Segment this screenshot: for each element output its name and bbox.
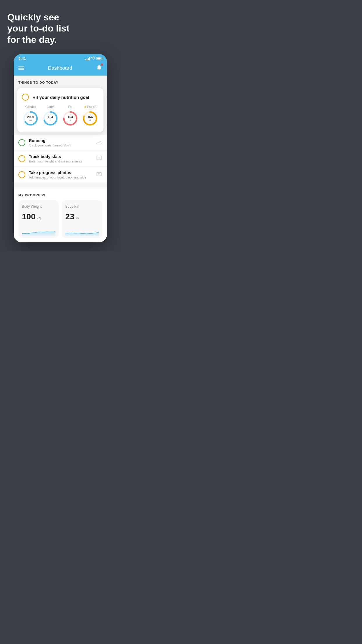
body-weight-unit: kg [37,216,41,220]
hamburger-menu[interactable] [18,66,24,70]
nutrition-card: Hit your daily nutrition goal Calories [17,88,103,132]
todo-list: Running Track your stats (target: 5km) [14,135,107,183]
phone-mockup: 9:41 [14,54,107,242]
body-stats-checkbox[interactable] [18,155,25,162]
progress-section: MY PROGRESS Body Weight 100 kg [14,188,107,242]
running-checkbox[interactable] [18,139,25,146]
calories-unit: cal [27,119,34,122]
todo-item-photos[interactable]: Take progress photos Add images of your … [14,167,107,183]
wifi-icon [91,57,95,60]
section-title: THINGS TO DO TODAY [18,81,59,84]
notification-dot [101,64,103,66]
body-fat-label: Body Fat [65,204,99,209]
todo-item-running[interactable]: Running Track your stats (target: 5km) [14,135,107,151]
svg-rect-11 [97,172,101,176]
nav-bar: Dashboard [14,62,107,76]
photos-subtitle: Add images of your front, back, and side [29,176,92,179]
status-icons [85,57,103,60]
running-shoe-icon [96,139,102,146]
scale-icon [96,155,102,162]
calories-donut: 2000 cal [22,110,39,127]
nutrition-calories: Calories 2000 cal [22,105,39,127]
protein-donut: 164 g [82,110,98,127]
body-stats-subtitle: Enter your weight and measurements [29,160,92,163]
protein-value: 164 [87,116,93,119]
protein-label-wrapper: ★ Protein [84,105,96,108]
carbs-value: 164 [48,116,53,119]
nav-title: Dashboard [48,65,72,71]
star-icon: ★ [84,105,87,108]
calories-value: 2000 [27,116,34,119]
body-fat-chart [65,225,99,237]
protein-label: Protein [87,105,96,108]
body-weight-label: Body Weight [22,204,55,209]
todo-item-body-stats[interactable]: Track body stats Enter your weight and m… [14,151,107,167]
carbs-label: Carbs [47,105,55,108]
nutrition-checkbox[interactable] [22,94,29,101]
background-wrapper: Quickly see your to-do list for the day.… [0,0,121,251]
nutrition-carbs: Carbs 164 g [42,105,59,127]
fat-value: 164 [68,116,73,119]
fat-donut: 164 g [62,110,78,127]
headline-line1: Quickly see [7,12,59,22]
body-fat-unit: % [75,216,79,220]
app-content: THINGS TO DO TODAY Hit your daily nutrit… [14,76,107,242]
nutrition-card-header: Hit your daily nutrition goal [22,94,99,101]
section-header: THINGS TO DO TODAY [14,76,107,88]
progress-cards: Body Weight 100 kg [18,200,102,242]
calories-label: Calories [25,105,36,108]
headline-line2: your to-do list [7,23,69,34]
progress-title: MY PROGRESS [18,193,102,197]
photos-checkbox[interactable] [18,171,25,178]
headline-line3: for the day. [7,34,57,45]
status-time: 9:41 [18,56,26,61]
headline: Quickly see your to-do list for the day. [6,12,115,45]
running-title: Running [29,138,92,143]
photo-icon [96,172,102,178]
body-weight-chart [22,225,55,237]
battery-icon [96,57,102,60]
body-stats-title: Track body stats [29,154,92,159]
photos-title: Take progress photos [29,170,92,175]
nutrition-card-title: Hit your daily nutrition goal [32,95,89,100]
body-weight-number: 100 [22,212,36,221]
nutrition-grid: Calories 2000 cal [22,105,99,127]
body-fat-number: 23 [65,212,74,221]
svg-point-12 [98,173,100,175]
running-subtitle: Track your stats (target: 5km) [29,144,92,147]
fat-label: Fat [68,105,72,108]
carbs-unit: g [48,119,53,122]
status-bar: 9:41 [14,54,107,62]
notification-bell-icon[interactable] [96,64,102,72]
body-fat-value-row: 23 % [65,212,99,221]
nutrition-fat: Fat 164 g [62,105,78,127]
body-stats-content: Track body stats Enter your weight and m… [29,154,92,163]
protein-unit: g [87,119,93,122]
signal-icon [85,57,90,60]
photos-content: Take progress photos Add images of your … [29,170,92,179]
carbs-donut: 164 g [42,110,59,127]
body-fat-card: Body Fat 23 % [62,200,102,238]
body-weight-card: Body Weight 100 kg [18,200,59,238]
running-content: Running Track your stats (target: 5km) [29,138,92,147]
nutrition-protein: ★ Protein 164 g [82,105,98,127]
body-weight-value-row: 100 kg [22,212,55,221]
fat-unit: g [68,119,73,122]
